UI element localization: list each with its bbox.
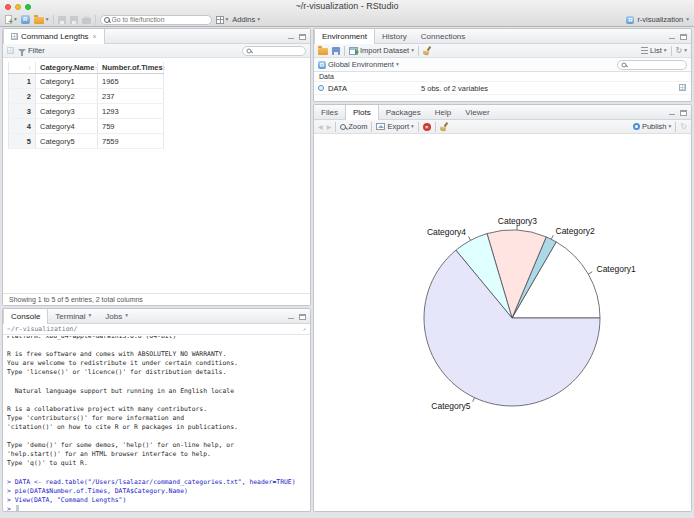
table-footer: Showing 1 to 5 of 5 entries, 2 total col… (3, 293, 310, 305)
close-window-button[interactable] (5, 4, 11, 10)
table-search-box (242, 46, 306, 56)
tab-command-lengths[interactable]: Command Lengths × (3, 29, 105, 44)
previous-plot-icon[interactable]: ◀ (318, 124, 323, 130)
minimize-icon[interactable] (287, 313, 295, 320)
maximize-icon[interactable] (299, 34, 306, 40)
open-folder-icon (34, 17, 44, 24)
environment-search-input[interactable] (629, 61, 683, 68)
viewer-toolbar: Filter (3, 44, 310, 58)
tab-label: Viewer (465, 108, 489, 117)
row-number-cell: 2 (8, 89, 36, 103)
clear-all-plots-icon[interactable] (440, 122, 449, 131)
zoom-window-button[interactable] (25, 4, 31, 10)
toolbar-divider (344, 46, 345, 56)
table-row[interactable]: 2Category2237 (8, 89, 164, 104)
clear-workspace-icon[interactable] (423, 46, 432, 55)
title-bar: ~/r-visualization - RStudio (0, 0, 694, 13)
addins-label: Addins (232, 15, 255, 24)
maximize-icon[interactable] (680, 34, 687, 40)
publish-button[interactable]: Publish ▾ (633, 122, 671, 131)
view-table-button[interactable] (679, 84, 686, 91)
tab-jobs[interactable]: Jobs ▾ (98, 309, 135, 323)
console-line (7, 396, 306, 405)
new-project-button[interactable]: R (21, 15, 30, 24)
environment-scope-button[interactable]: R Global Environment ▾ (318, 60, 399, 69)
toolbar-divider (95, 15, 96, 25)
row-number-header[interactable]: ↕ (8, 62, 36, 73)
console-lines: Platform: x86_64-apple-darwin15.6.0 (64-… (7, 336, 306, 511)
pie-label: Category3 (498, 216, 537, 226)
tab-label: Packages (386, 108, 421, 117)
filter-button[interactable]: Filter (18, 46, 45, 55)
print-icon[interactable] (82, 18, 91, 24)
environment-object-row[interactable]: DATA 5 obs. of 2 variables (314, 82, 691, 95)
table-cell: Category1 (36, 74, 98, 88)
addins-button[interactable]: Addins ▾ (232, 15, 260, 24)
save-workspace-icon[interactable] (332, 47, 340, 55)
tab-packages[interactable]: Packages (379, 105, 428, 119)
close-icon[interactable]: × (93, 33, 97, 40)
popout-table-icon[interactable] (7, 47, 14, 54)
pane-layout-button[interactable]: ▾ (216, 16, 229, 24)
goto-file-input[interactable] (112, 16, 208, 23)
minimize-icon[interactable] (668, 109, 676, 116)
table-row[interactable]: 1Category11965 (8, 74, 164, 89)
tab-plots[interactable]: Plots (345, 105, 379, 120)
refresh-button[interactable]: ↻ ▾ (676, 46, 687, 55)
table-cell: Category4 (36, 119, 98, 133)
table-search-input[interactable] (254, 47, 302, 54)
chevron-down-icon: ▾ (686, 17, 689, 23)
new-project-icon: R (21, 15, 30, 24)
maximize-icon[interactable] (299, 314, 306, 320)
tab-connections[interactable]: Connections (414, 29, 472, 43)
minimize-window-button[interactable] (15, 4, 21, 10)
minimize-icon[interactable] (287, 33, 295, 40)
toolbar-divider (335, 122, 336, 132)
tab-label: Files (321, 108, 338, 117)
tab-environment[interactable]: Environment (314, 29, 375, 44)
sort-icon: ↕ (28, 65, 31, 71)
tab-terminal[interactable]: Terminal ▾ (48, 309, 98, 323)
console-line: 'help.start()' for an HTML browser inter… (7, 450, 306, 459)
refresh-icon: ↻ (676, 46, 683, 55)
new-file-button[interactable]: ▾ (5, 15, 17, 24)
tab-help[interactable]: Help (428, 105, 458, 119)
console-working-directory: ~/r-visualization/ ↗ (3, 324, 310, 335)
open-in-new-window-icon[interactable]: ↗ (302, 326, 306, 332)
tab-files[interactable]: Files (314, 105, 345, 119)
tab-history[interactable]: History (375, 29, 414, 43)
export-plot-button[interactable]: Export ▾ (376, 122, 413, 131)
zoom-plot-button[interactable]: Zoom (340, 122, 367, 131)
minimize-icon[interactable] (668, 33, 676, 40)
open-file-button[interactable]: ▾ (34, 15, 49, 24)
refresh-plot-icon[interactable]: ↻ (680, 122, 687, 131)
filter-icon (18, 49, 26, 53)
console-line: Natural language support but running in … (7, 387, 306, 396)
zoom-icon (340, 124, 346, 130)
save-all-icon[interactable] (70, 16, 78, 24)
zoom-label: Zoom (348, 122, 367, 131)
data-table-icon (11, 33, 18, 40)
list-view-button[interactable]: List ▾ (641, 46, 666, 55)
project-label: r-visualization (637, 15, 683, 24)
maximize-icon[interactable] (680, 110, 687, 116)
import-dataset-button[interactable]: Import Dataset ▾ (349, 46, 414, 55)
table-row[interactable]: 4Category4759 (8, 119, 164, 134)
data-object-icon (318, 85, 324, 91)
publish-icon (633, 123, 640, 130)
table-row[interactable]: 3Category31293 (8, 104, 164, 119)
pie-label-tick (469, 236, 471, 240)
remove-plot-icon[interactable]: × (423, 123, 431, 131)
load-workspace-icon[interactable] (318, 48, 328, 55)
tab-console[interactable]: Console (3, 309, 48, 324)
column-header[interactable]: Number.of.Times ↕ (98, 62, 164, 73)
table-row[interactable]: 5Category57559 (8, 134, 164, 149)
toolbar-divider (675, 122, 676, 132)
next-plot-icon[interactable]: ▶ (327, 124, 332, 130)
save-icon[interactable] (58, 16, 66, 24)
console-output[interactable]: Platform: x86_64-apple-darwin15.6.0 (64-… (3, 336, 310, 511)
project-menu-button[interactable]: R r-visualization ▾ (626, 15, 689, 24)
chevron-down-icon: ▾ (411, 124, 414, 130)
tab-viewer[interactable]: Viewer (458, 105, 496, 119)
column-header[interactable]: Category.Name ↕ (36, 62, 98, 73)
